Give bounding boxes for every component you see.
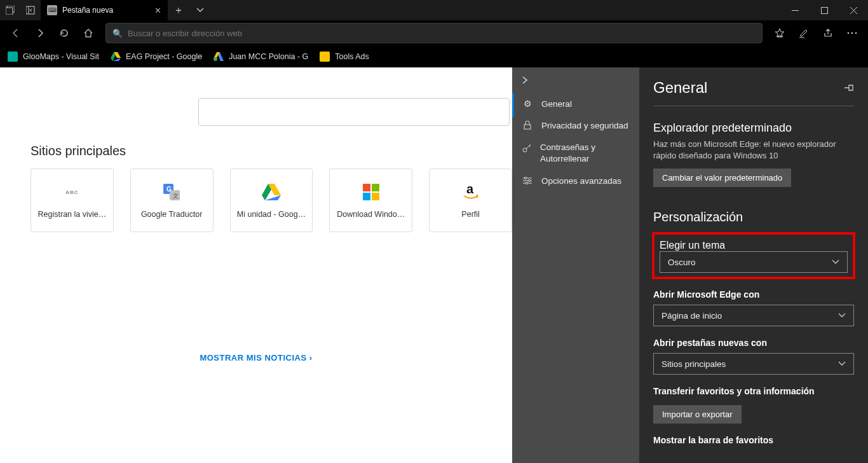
google-translate-icon: G文 — [161, 182, 182, 202]
top-site-tile[interactable]: a Perfil — [429, 169, 512, 232]
favorites-star-icon[interactable] — [769, 22, 790, 44]
section-heading: Explorador predeterminado — [653, 121, 854, 135]
svg-point-30 — [526, 182, 527, 184]
titlebar-left-buttons — [0, 0, 41, 20]
back-button[interactable] — [5, 22, 27, 44]
chevron-down-icon — [838, 361, 846, 366]
pin-icon[interactable] — [844, 83, 854, 92]
bookmark-item[interactable]: Tools Ads — [315, 49, 374, 64]
top-site-tile[interactable]: G文 Google Traductor — [130, 169, 214, 232]
bookmarks-bar: GlooMaps - Visual Sit EAG Project - Goog… — [0, 46, 868, 67]
chevron-right-icon: › — [309, 353, 313, 363]
import-export-button[interactable]: Importar o exportar — [653, 405, 742, 424]
svg-text:文: 文 — [173, 193, 179, 199]
svg-rect-21 — [524, 125, 531, 129]
theme-dropdown[interactable]: Oscuro — [660, 251, 848, 273]
minimize-button[interactable] — [780, 0, 810, 20]
close-window-button[interactable] — [839, 0, 868, 20]
open-with-dropdown[interactable]: Página de inicio — [653, 305, 854, 326]
bookmark-label: EAG Project - Google — [126, 52, 202, 61]
svg-point-28 — [528, 179, 530, 181]
theme-label: Elegir un tema — [653, 240, 854, 251]
chevron-down-icon — [832, 259, 839, 265]
lock-icon — [522, 120, 532, 130]
address-input[interactable] — [128, 29, 756, 38]
drive-icon — [261, 182, 281, 202]
theme-field-highlight: Elegir un tema Oscuro — [653, 233, 854, 278]
refresh-button[interactable] — [53, 22, 75, 44]
address-bar[interactable]: 🔍 — [105, 23, 763, 43]
settings-nav-advanced[interactable]: Opciones avanzadas — [512, 170, 639, 191]
bookmark-item[interactable]: EAG Project - Google — [105, 49, 207, 64]
tile-label: Google Traductor — [141, 210, 203, 219]
share-icon[interactable] — [817, 22, 839, 44]
tile-label: Mi unidad - Goog… — [237, 210, 306, 219]
dropdown-value: Oscuro — [668, 258, 696, 267]
notes-icon[interactable] — [793, 22, 815, 44]
svg-rect-5 — [821, 7, 827, 13]
tab-actions-icon[interactable] — [0, 0, 20, 20]
forward-button[interactable] — [29, 22, 51, 44]
tab-chevron-icon[interactable] — [189, 0, 211, 20]
amazon-icon: a — [461, 182, 481, 202]
bookmark-item[interactable]: GlooMaps - Visual Sit — [3, 49, 104, 64]
home-button[interactable] — [78, 22, 99, 44]
svg-rect-1 — [6, 8, 13, 15]
svg-rect-4 — [792, 10, 799, 11]
svg-point-11 — [214, 57, 217, 61]
close-icon[interactable]: ✕ — [154, 6, 161, 15]
favorites-bar-field: Mostrar la barra de favoritos — [653, 435, 854, 445]
settings-nav-passwords[interactable]: Contraseñas y Autorrellenar — [512, 136, 639, 170]
search-icon: 🔍 — [112, 29, 123, 38]
window-controls — [780, 0, 868, 20]
nav-label: Contraseñas y Autorrellenar — [540, 142, 629, 164]
titlebar: ⌨ Pestaña nueva ✕ ＋ — [0, 0, 868, 20]
nav-label: General — [541, 99, 572, 109]
svg-rect-17 — [372, 184, 379, 191]
svg-rect-19 — [372, 193, 379, 200]
default-browser-section: Explorador predeterminado Haz más con Mi… — [653, 118, 854, 187]
svg-point-10 — [855, 32, 857, 34]
top-site-tile[interactable]: Mi unidad - Goog… — [230, 169, 313, 232]
settings-title: General — [653, 79, 707, 97]
tile-label: Registran la vivie… — [38, 210, 107, 219]
show-news-label: MOSTRAR MIS NOTICIAS — [200, 353, 306, 363]
chevron-right-icon — [521, 76, 529, 84]
svg-rect-18 — [363, 193, 370, 200]
show-news-link[interactable]: MOSTRAR MIS NOTICIAS › — [0, 353, 512, 363]
transfer-label: Transferir favoritos y otra información — [653, 386, 854, 396]
maximize-button[interactable] — [810, 0, 839, 20]
top-site-tile[interactable]: Download Windo… — [329, 169, 412, 232]
bookmark-item[interactable]: Juan MCC Polonia - G — [208, 49, 313, 64]
gear-icon: ⚙ — [522, 99, 532, 109]
nav-label: Privacidad y seguridad — [541, 121, 628, 130]
newtab-search-box[interactable] — [198, 98, 510, 126]
drive-icon — [111, 52, 121, 62]
key-icon — [522, 143, 531, 153]
new-tabs-dropdown[interactable]: Sitios principales — [653, 353, 854, 375]
microsoft-icon — [361, 182, 381, 202]
settings-nav-general[interactable]: ⚙ General — [512, 93, 639, 114]
transfer-field: Transferir favoritos y otra información … — [653, 386, 854, 424]
favorites-bar-label: Mostrar la barra de favoritos — [653, 435, 854, 445]
section-desc: Haz más con Microsoft Edge: el nuevo exp… — [653, 139, 854, 161]
tab-favicon: ⌨ — [47, 5, 57, 15]
tab-aside-icon[interactable] — [20, 0, 41, 20]
settings-panel: General Explorador predeterminado Haz má… — [639, 67, 868, 463]
bookmark-favicon — [320, 52, 330, 62]
browser-tab[interactable]: ⌨ Pestaña nueva ✕ — [41, 0, 168, 20]
new-tab-button[interactable]: ＋ — [168, 0, 189, 20]
bookmark-label: Juan MCC Polonia - G — [229, 52, 308, 61]
ads-icon — [214, 52, 224, 62]
svg-rect-16 — [363, 184, 370, 191]
top-site-tile[interactable]: ABC Registran la vivie… — [31, 169, 114, 232]
chevron-down-icon — [838, 313, 846, 318]
settings-nav-privacy[interactable]: Privacidad y seguridad — [512, 114, 639, 136]
new-tabs-label: Abrir pestañas nuevas con — [653, 338, 854, 348]
menu-button[interactable] — [841, 22, 863, 44]
top-sites-tiles: ABC Registran la vivie… G文 Google Traduc… — [31, 169, 512, 232]
bookmark-label: Tools Ads — [335, 52, 369, 61]
svg-point-9 — [851, 32, 853, 34]
change-default-button[interactable]: Cambiar el valor predeterminado — [653, 169, 791, 187]
settings-nav-expand[interactable] — [512, 67, 639, 93]
